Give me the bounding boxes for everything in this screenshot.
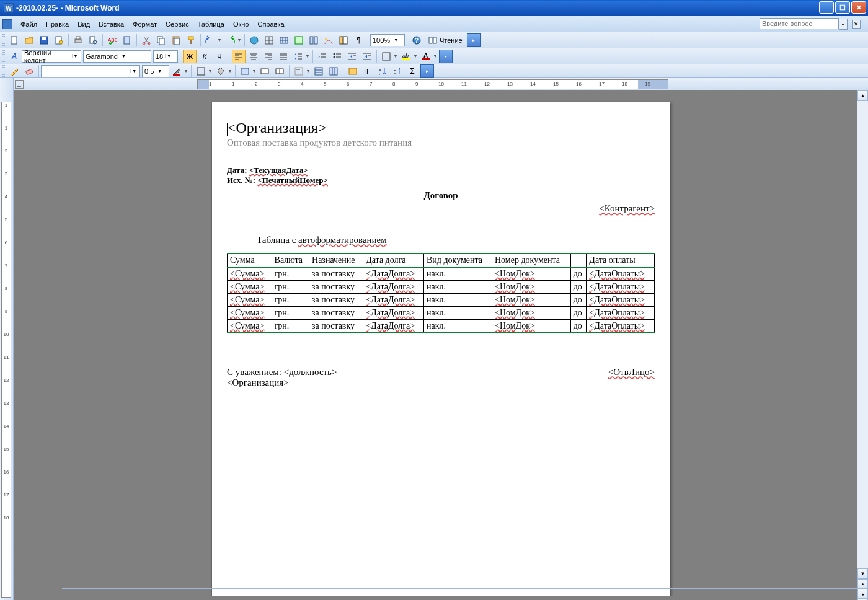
vertical-ruler[interactable]: 1123456789101112131415161718: [0, 78, 14, 600]
bordercolor-dropdown[interactable]: ▼: [183, 64, 189, 78]
doc-footer[interactable]: С уважением: <должность> <Организация> <…: [227, 367, 655, 388]
reading-layout-button[interactable]: Чтение: [425, 33, 466, 47]
italic-button[interactable]: К: [198, 50, 211, 63]
align-cell-button[interactable]: [292, 64, 306, 78]
insert-table-dropdown[interactable]: ▼: [251, 64, 257, 78]
shading-dropdown[interactable]: ▼: [227, 64, 233, 78]
app-icon[interactable]: [2, 19, 12, 29]
linespacing-button[interactable]: [291, 50, 305, 63]
style-combo[interactable]: Верхний колонт▼: [22, 50, 81, 63]
text-direction-button[interactable]: Ⅲ: [361, 64, 374, 78]
help-search-dropdown[interactable]: ▼: [839, 19, 848, 30]
horizontal-ruler[interactable]: 112345678910111213141516171819: [197, 79, 668, 89]
toolbar-options-button[interactable]: ▸: [420, 64, 434, 78]
hyperlink-button[interactable]: [247, 33, 261, 47]
align-left-button[interactable]: [232, 50, 246, 63]
doc-subtitle[interactable]: Оптовая поставка продуктов детского пита…: [227, 138, 655, 148]
drawing-button[interactable]: [322, 33, 335, 47]
doc-title[interactable]: Договор: [227, 190, 655, 201]
bold-button[interactable]: Ж: [183, 50, 197, 63]
shading-button[interactable]: [214, 64, 228, 78]
help-search-input[interactable]: [760, 18, 839, 29]
doc-table[interactable]: СуммаВалютаНазначениеДата долгаВид докум…: [227, 253, 655, 333]
show-marks-button[interactable]: ¶: [352, 33, 365, 47]
tables-borders-button[interactable]: [262, 33, 276, 47]
linestyle-combo[interactable]: ▼: [41, 65, 140, 77]
underline-button[interactable]: Ч: [213, 50, 226, 63]
outdent-button[interactable]: [345, 50, 359, 63]
toolbar-grip[interactable]: [2, 50, 5, 63]
toolbar-options-button[interactable]: ▸: [439, 50, 453, 63]
columns-button[interactable]: [307, 33, 321, 47]
toolbar-grip[interactable]: [2, 65, 5, 77]
browse-object-button[interactable]: ●: [857, 589, 868, 599]
eraser-button[interactable]: [22, 64, 36, 78]
menu-window[interactable]: Окно: [229, 20, 254, 28]
borders-dropdown[interactable]: ▼: [392, 50, 399, 63]
distribute-rows-button[interactable]: [312, 64, 326, 78]
minimize-button[interactable]: _: [819, 1, 834, 14]
menu-help[interactable]: Справка: [253, 20, 288, 28]
open-button[interactable]: [22, 33, 36, 47]
split-cells-button[interactable]: [273, 64, 286, 78]
draw-table-button[interactable]: [7, 64, 21, 78]
bordercolor-button[interactable]: [170, 64, 184, 78]
docmap-button[interactable]: [337, 33, 350, 47]
outside-border-button[interactable]: [194, 64, 208, 78]
maximize-button[interactable]: ☐: [835, 1, 850, 14]
distribute-cols-button[interactable]: [327, 64, 340, 78]
numbering-button[interactable]: 12: [316, 50, 329, 63]
align-cell-dropdown[interactable]: ▼: [305, 64, 311, 78]
cut-button[interactable]: [140, 33, 153, 47]
menu-format[interactable]: Формат: [128, 20, 161, 28]
align-center-button[interactable]: [247, 50, 260, 63]
doc-close-button[interactable]: ✕: [852, 20, 861, 29]
fontcolor-dropdown[interactable]: ▼: [432, 50, 438, 63]
indent-button[interactable]: [360, 50, 374, 63]
insert-table-button2[interactable]: [238, 64, 252, 78]
undo-button[interactable]: [203, 33, 217, 47]
merge-cells-button[interactable]: [258, 64, 272, 78]
toolbar-grip[interactable]: [2, 34, 5, 46]
help-button[interactable]: ?: [410, 33, 423, 47]
tab-selector[interactable]: ∟: [15, 80, 24, 89]
menu-table[interactable]: Таблица: [193, 20, 229, 28]
fontcolor-button[interactable]: A: [419, 50, 433, 63]
insert-table-button[interactable]: [277, 33, 291, 47]
research-button[interactable]: [120, 33, 134, 47]
vertical-scrollbar[interactable]: ▲ ▼ ▴ ● ▾: [857, 90, 868, 600]
outside-border-dropdown[interactable]: ▼: [207, 64, 213, 78]
document-scroll[interactable]: ∟ 112345678910111213141516171819 <Органи…: [14, 78, 868, 600]
doc-counterparty[interactable]: <Контрагент>: [227, 203, 655, 214]
print-preview-button[interactable]: [86, 33, 100, 47]
redo-button[interactable]: [223, 33, 237, 47]
menu-file[interactable]: Файл: [16, 20, 42, 28]
zoom-combo[interactable]: 100%▼: [370, 34, 405, 46]
menu-view[interactable]: Вид: [73, 20, 94, 28]
undo-dropdown[interactable]: ▼: [216, 33, 223, 47]
spellcheck-button[interactable]: ABC: [105, 33, 119, 47]
autosum-button[interactable]: Σ: [405, 64, 419, 78]
align-justify-button[interactable]: [277, 50, 290, 63]
menu-insert[interactable]: Вставка: [94, 20, 128, 28]
align-right-button[interactable]: [262, 50, 275, 63]
horizontal-scrollbar[interactable]: [62, 588, 857, 589]
copy-button[interactable]: [154, 33, 168, 47]
doc-org-heading[interactable]: <Организация>: [227, 120, 655, 136]
highlight-dropdown[interactable]: ▼: [412, 50, 418, 63]
save-button[interactable]: [37, 33, 51, 47]
excel-button[interactable]: [292, 33, 306, 47]
linespacing-dropdown[interactable]: ▼: [304, 50, 311, 63]
redo-dropdown[interactable]: ▼: [236, 33, 242, 47]
prev-page-button[interactable]: ▴: [857, 579, 868, 589]
print-button[interactable]: [71, 33, 85, 47]
toolbar-options-button[interactable]: ▸: [467, 33, 480, 47]
borders-button[interactable]: [379, 50, 393, 63]
new-doc-button[interactable]: [7, 33, 21, 47]
size-combo[interactable]: 18▼: [153, 50, 178, 63]
styles-button[interactable]: A: [7, 50, 21, 63]
table-caption[interactable]: Таблица с автоформатированием: [257, 235, 655, 245]
highlight-button[interactable]: ab: [399, 50, 413, 63]
help-search[interactable]: ▼ ✕: [760, 18, 861, 30]
lineweight-combo[interactable]: 0,5▼: [142, 65, 169, 77]
